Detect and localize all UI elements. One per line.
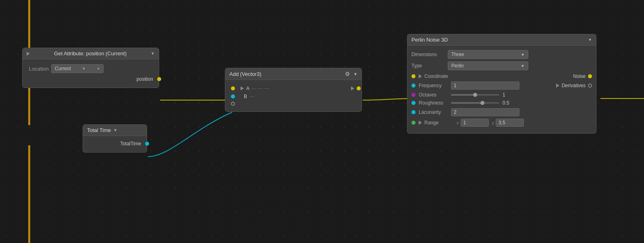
totaltime-output-row: TotalTime [87, 141, 143, 147]
derivatives-expand[interactable] [556, 84, 559, 88]
input-a-row: A — — — [229, 86, 357, 91]
input-a-dashes: — — — [252, 86, 269, 91]
type-dropdown[interactable]: Perlin ▼ [448, 61, 528, 70]
input-a-expand[interactable] [241, 86, 244, 90]
roughness-label: Roughness [419, 100, 451, 106]
total-time-chevron[interactable]: ▼ [113, 128, 117, 132]
coordinate-expand[interactable] [419, 74, 422, 78]
location-dropdown[interactable]: Current ▼ [51, 64, 104, 73]
totaltime-output-socket[interactable] [145, 142, 149, 146]
location-field: Location Current ▼ [27, 64, 155, 73]
position-label: position [137, 76, 153, 82]
coordinate-input-socket[interactable] [411, 74, 415, 78]
type-label: Type [411, 63, 448, 69]
frequency-input-socket[interactable] [411, 84, 415, 88]
total-time-node: Total Time ▼ TotalTime [83, 124, 147, 153]
add-vector3-node: Add (Vector3) ⚙ ▼ A — — — B — [225, 68, 362, 112]
noise-output-socket[interactable] [588, 74, 592, 78]
type-row: Type Perlin ▼ [411, 61, 592, 70]
range-expand[interactable] [419, 121, 422, 125]
range-input-socket[interactable] [411, 121, 415, 125]
add-vector3-header: Add (Vector3) ⚙ ▼ [225, 68, 361, 80]
lacunarity-input-socket[interactable] [411, 110, 415, 114]
add-vector3-title: Add (Vector3) [229, 71, 262, 77]
perlin-noise-title: Perlin Noise 3D [411, 37, 448, 43]
gear-icon[interactable]: ⚙ [345, 71, 350, 77]
roughness-slider-container: 0.5 [451, 100, 592, 106]
dimensions-label: Dimensions [411, 52, 448, 57]
coordinate-label: Coordinate [424, 73, 457, 79]
lacunarity-row: Lacunarity [411, 108, 592, 116]
total-time-title: Total Time [87, 127, 111, 133]
range-x-input[interactable] [461, 119, 489, 127]
dimensions-dropdown[interactable]: Three ▼ [448, 50, 528, 59]
perlin-noise-body: Dimensions Three ▼ Type Perlin ▼ Coordin… [407, 46, 596, 133]
get-attribute-node: Get Attribute: position (Current) ▼ Loca… [22, 48, 159, 88]
total-time-body: TotalTime [83, 136, 147, 152]
coordinate-row: Coordinate Noise [411, 73, 592, 79]
octaves-row: Octaves 1 [411, 92, 592, 98]
roughness-value: 0.5 [503, 100, 515, 106]
roughness-slider-fill [451, 102, 482, 104]
octaves-slider-track[interactable] [451, 94, 499, 96]
get-attribute-chevron[interactable]: ▼ [151, 51, 155, 56]
get-attribute-body: Location Current ▼ position [23, 59, 159, 88]
input-b-label: B [244, 94, 247, 99]
derivatives-label: Derivatives [562, 83, 586, 88]
noise-output-row: Noise [573, 73, 592, 79]
get-attribute-expand[interactable] [27, 52, 30, 56]
roughness-input-socket[interactable] [411, 101, 415, 105]
totaltime-label: TotalTime [120, 141, 141, 147]
add-output-row [351, 86, 364, 90]
lacunarity-label: Lacunarity [419, 109, 451, 115]
frequency-row: Frequency Derivatives [411, 82, 592, 90]
derivatives-output-row: Derivatives [556, 83, 592, 88]
derivatives-output-socket[interactable] [588, 84, 592, 88]
position-output-socket[interactable] [157, 77, 161, 81]
range-y-input[interactable] [496, 119, 524, 127]
add-output-socket[interactable] [357, 86, 361, 90]
add-vector3-body: A — — — B — [225, 80, 361, 111]
frequency-label: Frequency [419, 83, 451, 88]
output-expand[interactable] [351, 86, 354, 90]
input-b-dashes: — [249, 94, 254, 99]
add-chevron-icon[interactable]: ▼ [353, 72, 357, 76]
octaves-slider-container: 1 [451, 92, 592, 98]
range-row: Range x y [411, 119, 592, 127]
roughness-slider-track[interactable] [451, 102, 499, 104]
range-label: Range [424, 120, 457, 126]
dimensions-dropdown-arrow: ▼ [521, 52, 525, 57]
input-a-label: A [246, 86, 249, 91]
noise-label: Noise [573, 73, 586, 79]
roughness-row: Roughness 0.5 [411, 100, 592, 106]
location-label: Location [27, 66, 49, 72]
dimensions-row: Dimensions Three ▼ [411, 50, 592, 59]
octaves-slider-thumb[interactable] [473, 93, 477, 97]
octaves-label: Octaves [419, 92, 451, 98]
input-c-socket[interactable] [231, 102, 235, 106]
lacunarity-input[interactable] [451, 108, 519, 116]
range-y-label: y [492, 120, 494, 125]
input-b-socket[interactable] [231, 94, 235, 98]
octaves-value: 1 [503, 92, 515, 98]
range-x-label: x [457, 120, 459, 125]
total-time-header: Total Time ▼ [83, 125, 147, 136]
input-b-row: B — [229, 94, 357, 99]
roughness-slider-thumb[interactable] [480, 101, 484, 105]
perlin-noise-header: Perlin Noise 3D ▼ [407, 34, 596, 46]
get-attribute-header: Get Attribute: position (Current) ▼ [23, 48, 159, 59]
octaves-input-socket[interactable] [411, 93, 415, 97]
perlin-noise-node: Perlin Noise 3D ▼ Dimensions Three ▼ Typ… [407, 34, 596, 134]
octaves-slider-fill [451, 94, 475, 96]
perlin-noise-chevron[interactable]: ▼ [588, 38, 592, 42]
position-output-row: position [27, 76, 155, 82]
input-c-row [229, 102, 357, 106]
frequency-input[interactable] [451, 82, 519, 90]
input-a-socket[interactable] [231, 86, 235, 90]
range-xy: x y [457, 119, 524, 127]
add-vector3-header-icons: ⚙ ▼ [345, 71, 357, 77]
get-attribute-title: Get Attribute: position (Current) [54, 50, 127, 57]
type-dropdown-arrow: ▼ [521, 64, 525, 68]
